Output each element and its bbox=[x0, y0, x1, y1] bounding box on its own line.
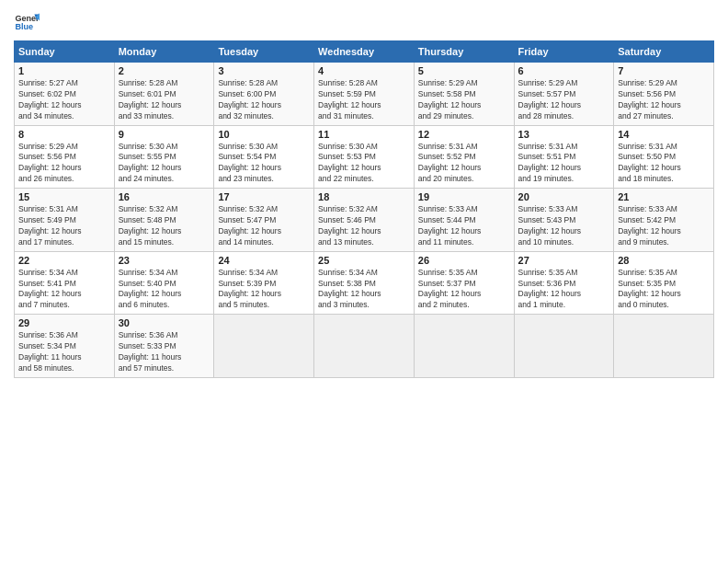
day-number: 28 bbox=[618, 255, 710, 266]
day-info: Sunrise: 5:29 AMSunset: 5:57 PMDaylight:… bbox=[518, 78, 610, 122]
day-number: 12 bbox=[418, 129, 510, 140]
day-info: Sunrise: 5:34 AMSunset: 5:39 PMDaylight:… bbox=[218, 268, 310, 312]
day-header-thursday: Thursday bbox=[414, 41, 514, 63]
day-cell: 17Sunrise: 5:32 AMSunset: 5:47 PMDayligh… bbox=[214, 189, 314, 252]
week-row-3: 15Sunrise: 5:31 AMSunset: 5:49 PMDayligh… bbox=[15, 189, 714, 252]
day-cell: 18Sunrise: 5:32 AMSunset: 5:46 PMDayligh… bbox=[314, 189, 415, 252]
day-cell: 15Sunrise: 5:31 AMSunset: 5:49 PMDayligh… bbox=[15, 189, 115, 252]
day-cell: 5Sunrise: 5:29 AMSunset: 5:58 PMDaylight… bbox=[414, 63, 514, 126]
day-number: 3 bbox=[218, 65, 310, 76]
day-info: Sunrise: 5:27 AMSunset: 6:02 PMDaylight:… bbox=[18, 78, 110, 122]
day-number: 4 bbox=[318, 65, 410, 76]
day-number: 14 bbox=[618, 129, 710, 140]
day-cell: 14Sunrise: 5:31 AMSunset: 5:50 PMDayligh… bbox=[614, 125, 714, 189]
day-info: Sunrise: 5:28 AMSunset: 5:59 PMDaylight:… bbox=[318, 78, 410, 122]
day-info: Sunrise: 5:29 AMSunset: 5:58 PMDaylight:… bbox=[418, 78, 510, 122]
day-cell: 12Sunrise: 5:31 AMSunset: 5:52 PMDayligh… bbox=[414, 125, 514, 189]
day-cell: 21Sunrise: 5:33 AMSunset: 5:42 PMDayligh… bbox=[614, 189, 714, 252]
day-cell: 27Sunrise: 5:35 AMSunset: 5:36 PMDayligh… bbox=[514, 251, 614, 315]
day-cell bbox=[614, 315, 714, 378]
day-cell bbox=[514, 315, 614, 378]
day-number: 30 bbox=[119, 317, 210, 328]
day-header-wednesday: Wednesday bbox=[314, 41, 415, 63]
day-number: 24 bbox=[218, 255, 310, 266]
day-info: Sunrise: 5:31 AMSunset: 5:49 PMDaylight:… bbox=[18, 204, 110, 248]
day-info: Sunrise: 5:34 AMSunset: 5:41 PMDaylight:… bbox=[18, 268, 110, 312]
day-number: 18 bbox=[318, 191, 410, 202]
day-cell: 10Sunrise: 5:30 AMSunset: 5:54 PMDayligh… bbox=[214, 125, 314, 189]
svg-text:Blue: Blue bbox=[15, 22, 33, 31]
day-number: 2 bbox=[119, 65, 210, 76]
calendar-table: SundayMondayTuesdayWednesdayThursdayFrid… bbox=[14, 40, 714, 378]
day-number: 9 bbox=[119, 129, 210, 140]
day-number: 7 bbox=[618, 65, 710, 76]
day-number: 15 bbox=[18, 191, 110, 202]
day-header-tuesday: Tuesday bbox=[214, 41, 314, 63]
calendar-container: General Blue SundayMondayTuesdayWednesda… bbox=[0, 0, 728, 387]
day-info: Sunrise: 5:36 AMSunset: 5:34 PMDaylight:… bbox=[18, 330, 110, 374]
day-cell: 4Sunrise: 5:28 AMSunset: 5:59 PMDaylight… bbox=[314, 63, 415, 126]
day-number: 11 bbox=[318, 129, 410, 140]
day-number: 22 bbox=[18, 255, 110, 266]
day-info: Sunrise: 5:33 AMSunset: 5:44 PMDaylight:… bbox=[418, 204, 510, 248]
day-number: 29 bbox=[18, 317, 110, 328]
day-cell: 13Sunrise: 5:31 AMSunset: 5:51 PMDayligh… bbox=[514, 125, 614, 189]
day-info: Sunrise: 5:31 AMSunset: 5:50 PMDaylight:… bbox=[618, 142, 710, 186]
week-row-2: 8Sunrise: 5:29 AMSunset: 5:56 PMDaylight… bbox=[15, 125, 714, 189]
day-number: 10 bbox=[218, 129, 310, 140]
logo: General Blue bbox=[14, 9, 40, 35]
day-info: Sunrise: 5:28 AMSunset: 6:00 PMDaylight:… bbox=[218, 78, 310, 122]
day-info: Sunrise: 5:29 AMSunset: 5:56 PMDaylight:… bbox=[618, 78, 710, 122]
logo-icon: General Blue bbox=[14, 9, 40, 35]
day-info: Sunrise: 5:35 AMSunset: 5:37 PMDaylight:… bbox=[418, 268, 510, 312]
day-cell: 7Sunrise: 5:29 AMSunset: 5:56 PMDaylight… bbox=[614, 63, 714, 126]
day-info: Sunrise: 5:30 AMSunset: 5:53 PMDaylight:… bbox=[318, 142, 410, 186]
day-header-monday: Monday bbox=[114, 41, 214, 63]
day-number: 1 bbox=[18, 65, 110, 76]
day-number: 5 bbox=[418, 65, 510, 76]
week-row-1: 1Sunrise: 5:27 AMSunset: 6:02 PMDaylight… bbox=[15, 63, 714, 126]
day-cell: 6Sunrise: 5:29 AMSunset: 5:57 PMDaylight… bbox=[514, 63, 614, 126]
day-number: 27 bbox=[518, 255, 610, 266]
days-header-row: SundayMondayTuesdayWednesdayThursdayFrid… bbox=[15, 41, 714, 63]
day-info: Sunrise: 5:32 AMSunset: 5:48 PMDaylight:… bbox=[119, 204, 210, 248]
day-cell: 28Sunrise: 5:35 AMSunset: 5:35 PMDayligh… bbox=[614, 251, 714, 315]
header-row: General Blue bbox=[14, 9, 714, 35]
day-info: Sunrise: 5:34 AMSunset: 5:38 PMDaylight:… bbox=[318, 268, 410, 312]
day-number: 6 bbox=[518, 65, 610, 76]
day-cell: 20Sunrise: 5:33 AMSunset: 5:43 PMDayligh… bbox=[514, 189, 614, 252]
day-cell: 11Sunrise: 5:30 AMSunset: 5:53 PMDayligh… bbox=[314, 125, 415, 189]
day-cell bbox=[414, 315, 514, 378]
day-info: Sunrise: 5:34 AMSunset: 5:40 PMDaylight:… bbox=[119, 268, 210, 312]
day-info: Sunrise: 5:31 AMSunset: 5:51 PMDaylight:… bbox=[518, 142, 610, 186]
day-cell: 16Sunrise: 5:32 AMSunset: 5:48 PMDayligh… bbox=[114, 189, 214, 252]
week-row-5: 29Sunrise: 5:36 AMSunset: 5:34 PMDayligh… bbox=[15, 315, 714, 378]
day-cell: 26Sunrise: 5:35 AMSunset: 5:37 PMDayligh… bbox=[414, 251, 514, 315]
day-cell: 2Sunrise: 5:28 AMSunset: 6:01 PMDaylight… bbox=[114, 63, 214, 126]
day-cell: 25Sunrise: 5:34 AMSunset: 5:38 PMDayligh… bbox=[314, 251, 415, 315]
day-cell: 29Sunrise: 5:36 AMSunset: 5:34 PMDayligh… bbox=[15, 315, 115, 378]
day-cell: 9Sunrise: 5:30 AMSunset: 5:55 PMDaylight… bbox=[114, 125, 214, 189]
day-info: Sunrise: 5:33 AMSunset: 5:42 PMDaylight:… bbox=[618, 204, 710, 248]
day-info: Sunrise: 5:35 AMSunset: 5:35 PMDaylight:… bbox=[618, 268, 710, 312]
day-number: 26 bbox=[418, 255, 510, 266]
day-info: Sunrise: 5:30 AMSunset: 5:55 PMDaylight:… bbox=[119, 142, 210, 186]
day-number: 25 bbox=[318, 255, 410, 266]
day-cell: 22Sunrise: 5:34 AMSunset: 5:41 PMDayligh… bbox=[15, 251, 115, 315]
day-number: 23 bbox=[119, 255, 210, 266]
day-cell: 24Sunrise: 5:34 AMSunset: 5:39 PMDayligh… bbox=[214, 251, 314, 315]
day-number: 17 bbox=[218, 191, 310, 202]
day-cell bbox=[214, 315, 314, 378]
day-cell: 23Sunrise: 5:34 AMSunset: 5:40 PMDayligh… bbox=[114, 251, 214, 315]
day-number: 8 bbox=[18, 129, 110, 140]
day-info: Sunrise: 5:28 AMSunset: 6:01 PMDaylight:… bbox=[119, 78, 210, 122]
day-info: Sunrise: 5:30 AMSunset: 5:54 PMDaylight:… bbox=[218, 142, 310, 186]
day-cell: 19Sunrise: 5:33 AMSunset: 5:44 PMDayligh… bbox=[414, 189, 514, 252]
day-info: Sunrise: 5:32 AMSunset: 5:47 PMDaylight:… bbox=[218, 204, 310, 248]
week-row-4: 22Sunrise: 5:34 AMSunset: 5:41 PMDayligh… bbox=[15, 251, 714, 315]
day-info: Sunrise: 5:33 AMSunset: 5:43 PMDaylight:… bbox=[518, 204, 610, 248]
day-cell bbox=[314, 315, 415, 378]
day-header-friday: Friday bbox=[514, 41, 614, 63]
day-number: 19 bbox=[418, 191, 510, 202]
day-info: Sunrise: 5:32 AMSunset: 5:46 PMDaylight:… bbox=[318, 204, 410, 248]
